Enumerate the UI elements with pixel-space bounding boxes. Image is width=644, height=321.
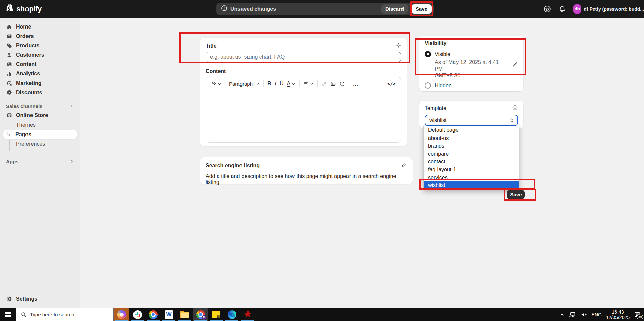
unsaved-changes-text: Unsaved changes [230, 6, 276, 12]
visibility-visible-option[interactable]: Visible [425, 51, 518, 57]
insert-image-button[interactable] [329, 81, 338, 87]
taskbar-app-file-explorer[interactable] [177, 308, 193, 321]
more-options-button[interactable]: ... [351, 81, 360, 87]
volume-icon[interactable] [581, 312, 587, 318]
search-icon [21, 312, 26, 317]
customers-icon [6, 52, 13, 58]
sidebar-item-home[interactable]: Home [3, 22, 77, 32]
code-view-button[interactable]: </> [386, 81, 397, 86]
sidekick-icon[interactable] [542, 4, 552, 14]
italic-button[interactable]: I [273, 81, 278, 87]
tray-chevron-up-icon[interactable] [560, 312, 565, 317]
visibility-heading: Visibility [425, 40, 447, 46]
clock-time: 16:43 [612, 309, 624, 315]
windows-taskbar: Type here to search W D [0, 308, 644, 321]
taskbar-app-chrome[interactable] [145, 308, 161, 321]
dropdown-option-faq-layout-1[interactable]: faq-layout-1 [424, 166, 519, 174]
user-menu[interactable]: db dt Petty (password: budd... [572, 3, 644, 15]
edit-pencil-icon[interactable] [512, 62, 518, 79]
shopify-bag-icon [6, 4, 14, 14]
template-dropdown-list: Default page about-us brands compare con… [423, 126, 519, 190]
language-indicator[interactable]: ENG [592, 312, 602, 317]
insert-video-button[interactable] [338, 81, 347, 87]
rich-text-editor[interactable]: Paragraph B I U A [206, 77, 401, 143]
sidebar-item-analytics[interactable]: Analytics [3, 69, 77, 78]
slack-icon [133, 310, 142, 319]
shopify-logo[interactable]: shopify [6, 4, 42, 14]
paragraph-style-dropdown[interactable]: Paragraph [227, 81, 261, 87]
taskbar-app-chrome-profile[interactable]: D [193, 308, 208, 321]
visibility-hidden-option[interactable]: Hidden [425, 82, 518, 89]
sales-channels-header[interactable]: Sales channels [3, 101, 77, 111]
dropdown-option-about-us[interactable]: about-us [424, 134, 519, 142]
windows-logo-icon [5, 312, 11, 318]
taskbar-app-sticky-notes[interactable] [208, 308, 224, 321]
dropdown-option-wishlist[interactable]: wishlist [424, 181, 519, 190]
editor-content-area[interactable] [206, 90, 401, 142]
visibility-card: Visibility Visible As of May 12, 2025 at… [419, 36, 523, 91]
chrome-profile-badge: D [202, 315, 206, 320]
chevron-right-icon [69, 104, 74, 108]
sidebar-item-customers[interactable]: Customers [3, 50, 77, 60]
chevron-right-icon [69, 159, 74, 164]
taskbar-app-edge[interactable] [224, 308, 240, 321]
copilot-icon [117, 310, 126, 319]
seo-card: Search engine listing Add a title and de… [200, 157, 413, 184]
start-button[interactable] [0, 308, 16, 321]
bold-button[interactable]: B [266, 81, 273, 87]
radio-selected-icon [425, 51, 431, 57]
taskbar-app-copilot[interactable] [114, 308, 129, 321]
online-store-icon [6, 112, 13, 119]
editor-ai-button[interactable] [209, 81, 223, 86]
edge-icon [228, 310, 236, 319]
sidebar-item-settings[interactable]: Settings [3, 294, 77, 304]
save-button-floating[interactable]: Save [507, 190, 525, 199]
alignment-dropdown[interactable] [302, 81, 315, 86]
taskbar-clock[interactable]: 16:43 12/05/2025 [606, 309, 630, 320]
template-select[interactable]: wishlist [425, 115, 518, 126]
taskbar-search[interactable]: Type here to search [16, 308, 114, 321]
sidebar-item-content[interactable]: Content [3, 60, 77, 69]
text-color-dropdown[interactable]: A [285, 81, 298, 87]
radio-unselected-icon [425, 82, 431, 89]
action-center-icon[interactable]: 38 [634, 312, 641, 318]
title-input[interactable] [206, 52, 401, 62]
sidebar-item-themes[interactable]: Themes [3, 120, 77, 129]
dropdown-option-services[interactable]: services [424, 174, 519, 182]
file-explorer-icon [180, 312, 189, 318]
dropdown-option-default-page[interactable]: Default page [424, 126, 519, 134]
sidebar-item-pages[interactable]: Pages [3, 130, 77, 139]
seo-description: Add a title and description to see how t… [206, 173, 407, 185]
chrome-icon [149, 310, 158, 319]
apps-header[interactable]: Apps [3, 157, 77, 166]
ai-sparkle-icon[interactable] [395, 42, 401, 50]
discard-button[interactable]: Discard [381, 4, 408, 14]
sidebar-item-discounts[interactable]: Discounts [3, 88, 77, 97]
link-button[interactable] [320, 81, 329, 87]
underline-button[interactable]: U [278, 81, 285, 87]
sidebar-item-online-store[interactable]: Online Store [3, 111, 77, 120]
shopify-wordmark: shopify [16, 5, 42, 13]
save-button-top[interactable]: Save [411, 4, 432, 14]
dropdown-option-compare[interactable]: compare [424, 150, 519, 158]
taskbar-app-slack[interactable] [129, 308, 145, 321]
view-eye-icon[interactable] [512, 105, 518, 112]
sidebar-item-preferences[interactable]: Preferences [3, 139, 77, 148]
sidebar-item-products[interactable]: Products [3, 41, 77, 50]
sidebar-item-orders[interactable]: Orders [3, 32, 77, 41]
analytics-bars-icon [6, 70, 13, 77]
chevron-down-icon [256, 82, 260, 86]
taskbar-app-word[interactable]: W [161, 308, 177, 321]
notifications-bell-icon[interactable] [557, 4, 567, 14]
taskbar-app-lizard[interactable] [240, 308, 256, 321]
dropdown-option-brands[interactable]: brands [424, 142, 519, 150]
link-icon [321, 81, 327, 87]
sidebar-item-marketing[interactable]: Marketing [3, 78, 77, 88]
image-icon [330, 81, 336, 87]
chevron-down-icon [218, 82, 221, 86]
dropdown-option-contact[interactable]: contact [424, 158, 519, 166]
products-tag-icon [6, 42, 13, 49]
edit-pencil-icon[interactable] [401, 162, 407, 169]
orders-icon [6, 33, 13, 40]
network-icon[interactable] [569, 312, 576, 318]
